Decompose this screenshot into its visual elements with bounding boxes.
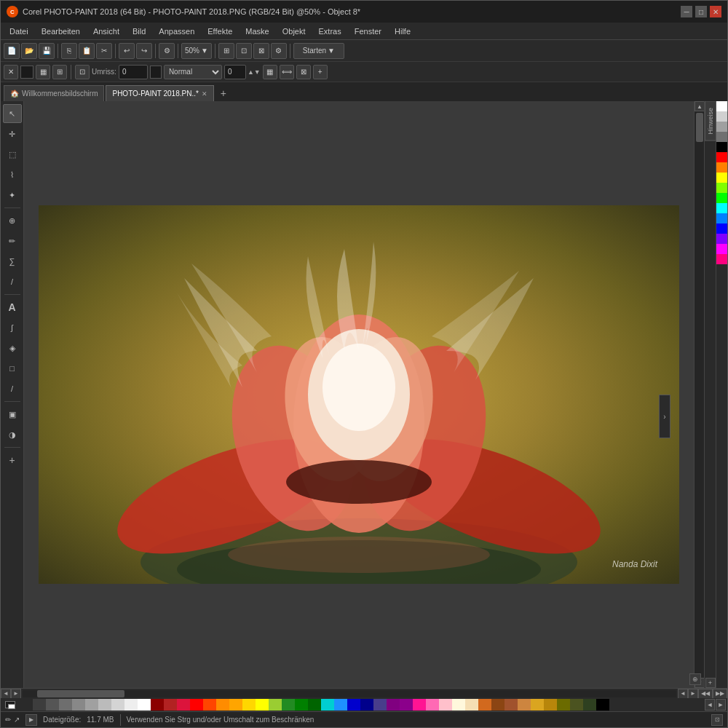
view-btn1[interactable]: ⊞ [218,43,234,59]
h-scroll-track[interactable] [23,690,676,697]
bc-swatch-turquoise[interactable] [321,699,334,711]
outline-input[interactable] [119,65,148,79]
h-scroll-left-btn[interactable]: ◄ [1,689,11,699]
redo-button[interactable]: ↪ [136,43,152,59]
view-btn2[interactable]: ⊡ [236,43,252,59]
start-button[interactable]: Starten ▼ [293,43,344,59]
bc-swatch-5[interactable] [85,699,98,711]
tb2-obj-btn[interactable]: ⊡ [75,65,90,79]
bc-swatch-6[interactable] [98,699,111,711]
color-swatch-gray[interactable] [716,122,727,132]
color-swatch-lime[interactable] [716,183,727,193]
tool-path[interactable]: ∑ [3,252,22,271]
status-info-btn[interactable]: ▶ [25,714,37,726]
tab-home[interactable]: 🏠 Willkommensbildschirm [4,85,104,101]
tool-paint-bucket[interactable]: ◈ [3,339,22,357]
bc-swatch-darkblue[interactable] [360,699,373,711]
tb2-plus-btn[interactable]: + [313,65,328,79]
tool-rect-select[interactable]: ⬚ [3,145,22,164]
bc-swatch-dodgerblue[interactable] [334,699,347,711]
menu-extras[interactable]: Extras [313,25,347,37]
bc-swatch-yellowgreen[interactable] [269,699,282,711]
menu-hilfe[interactable]: Hilfe [389,25,416,37]
menu-fenster[interactable]: Fenster [349,25,387,37]
open-file-button[interactable]: 📂 [21,43,37,59]
scroll-thumb[interactable] [696,113,703,142]
tool-add-plus[interactable]: + [3,451,22,470]
tab-close-icon[interactable]: ✕ [202,90,207,98]
bc-swatch-3[interactable] [59,699,72,711]
color-swatch-white[interactable] [716,101,727,111]
bc-swatch-medblue[interactable] [347,699,360,711]
tool-eyedropper[interactable]: ✏ [3,232,22,250]
undo-button[interactable]: ↩ [119,43,135,59]
tb2-frame-btn[interactable]: ⊠ [296,65,311,79]
bc-swatch-darkorange[interactable] [216,699,229,711]
bc-swatch-peru[interactable] [518,699,531,711]
tool-gradient[interactable]: ▣ [3,405,22,424]
color-swatch-red[interactable] [716,152,727,162]
bc-swatch-0[interactable] [20,699,33,711]
bc-swatch-4[interactable] [72,699,85,711]
fg-color[interactable] [5,701,15,708]
bc-swatch-forestgreen[interactable] [282,699,295,711]
new-file-button[interactable]: 📄 [4,43,20,59]
hints-tab[interactable]: Hinweise [705,101,716,141]
bc-swatch-crimson[interactable] [177,699,190,711]
h-scroll-right-btn[interactable]: ► [11,689,21,699]
mode-select[interactable]: Normal Multiply Screen [164,65,222,79]
tab-add-button[interactable]: + [215,85,232,101]
bc-swatch-red2[interactable] [164,699,177,711]
menu-maske[interactable]: Maske [240,25,274,37]
menu-objekt[interactable]: Objekt [277,25,312,37]
tool-knife[interactable]: / [3,379,22,398]
bc-swatch-7[interactable] [111,699,124,711]
color-swatch-dgray[interactable] [716,132,727,142]
bc-swatch-purple[interactable] [387,699,400,711]
h-scroll-thumb[interactable] [37,690,124,697]
menu-anpassen[interactable]: Anpassen [153,25,200,37]
color-swatch-orange[interactable] [716,162,727,173]
color-swatch-magenta[interactable] [716,244,727,254]
color-swatch-cyan[interactable] [716,203,727,213]
color-swatch-dblue[interactable] [716,223,727,234]
bc-swatch-goldenrod[interactable] [531,699,544,711]
bc-swatch-8[interactable] [124,699,138,711]
h-scroll-extra1[interactable]: ◀◀ [698,689,713,699]
h-scroll-extra2[interactable]: ▶▶ [713,689,727,699]
bc-swatch-darkgreen[interactable] [308,699,321,711]
color-swatch-black[interactable] [716,142,727,152]
menu-datei[interactable]: Datei [4,25,34,37]
tool-text[interactable]: A [3,298,22,317]
bc-swatch-hotpink[interactable] [426,699,439,711]
copy-button[interactable]: ⎘ [61,43,77,59]
scroll-track[interactable] [695,111,704,678]
bc-swatch-darkmagenta[interactable] [400,699,413,711]
bc-swatch-pink[interactable] [439,699,452,711]
bc-swatch-wheat[interactable] [465,699,478,711]
settings-wheel[interactable]: ⚙ [159,43,175,59]
bc-swatch-darkgoldenrod[interactable] [544,699,557,711]
tb2-grid-btn[interactable]: ⊞ [52,65,67,79]
bc-swatch-saddlebrown[interactable] [491,699,505,711]
color-swatch-yellow[interactable] [716,173,727,183]
tool-zoom[interactable]: ⊕ [3,211,22,230]
bc-swatch-yellow[interactable] [256,699,269,711]
close-button[interactable]: ✕ [710,6,721,17]
bc-swatch-red3[interactable] [190,699,203,711]
palette-next-btn[interactable]: ► [716,699,726,711]
color-swatch-green[interactable] [716,193,727,203]
cut-button[interactable]: ✂ [96,43,112,59]
bc-swatch-armygreen[interactable] [570,699,583,711]
menu-bild[interactable]: Bild [127,25,151,37]
outline-color[interactable] [150,66,162,79]
tb2-arrow-btn[interactable]: ⟺ [280,65,294,79]
bc-swatch-deeppink[interactable] [413,699,426,711]
bc-swatch-chocolate[interactable] [478,699,491,711]
bc-swatch-darkarmygreen[interactable] [583,699,596,711]
tool-lasso[interactable]: ⌇ [3,165,22,184]
bc-swatch-9[interactable] [138,699,151,711]
color-swatch-lgray[interactable] [716,111,727,122]
bc-swatch-gold[interactable] [242,699,256,711]
settings-btn[interactable]: ⚙ [271,43,287,59]
